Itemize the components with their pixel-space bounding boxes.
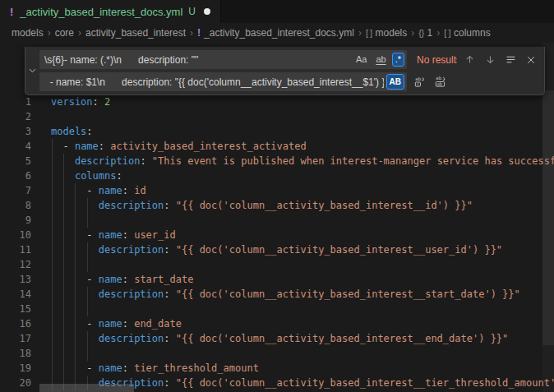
code-line[interactable]: 16 - name: end_date xyxy=(0,316,554,331)
breadcrumb-item[interactable]: !_activity_based_interest_docs.yml xyxy=(197,27,354,39)
symbol-icon: [ ] xyxy=(366,28,372,38)
regex-button[interactable]: .* xyxy=(392,53,404,67)
replace-all-icon-button[interactable]: ab ab xyxy=(432,74,448,90)
code-line[interactable]: 1version: 2 xyxy=(0,95,554,109)
indent-guide xyxy=(63,257,64,272)
line-number[interactable]: 16 xyxy=(0,316,31,331)
indent-guide xyxy=(52,198,53,213)
indent-guide xyxy=(52,139,53,154)
breadcrumb-item[interactable]: activity_based_interest xyxy=(85,27,186,39)
code-text[interactable] xyxy=(51,346,554,361)
code-line[interactable]: 11 description: "{{ doc('column__activit… xyxy=(0,242,554,257)
preserve-case-button[interactable]: AB xyxy=(386,74,404,90)
indent-guide xyxy=(52,183,53,198)
close-find-button[interactable] xyxy=(523,52,539,68)
line-number[interactable]: 3 xyxy=(0,124,31,139)
line-number[interactable]: 14 xyxy=(0,287,31,302)
code-text[interactable]: description: "{{ doc('column__activity_b… xyxy=(51,198,554,213)
code-line[interactable]: 7 - name: id xyxy=(0,183,554,198)
line-number[interactable]: 8 xyxy=(0,198,31,213)
code-line[interactable]: 13 - name: start_date xyxy=(0,272,554,287)
code-text[interactable]: description: "{{ doc('column__activity_b… xyxy=(51,287,554,302)
previous-match-button[interactable] xyxy=(461,52,478,68)
line-number[interactable]: 7 xyxy=(0,183,31,198)
code-text[interactable] xyxy=(51,257,554,272)
horizontal-scrollbar[interactable] xyxy=(39,384,542,392)
code-line[interactable]: 6 columns: xyxy=(0,168,554,183)
indent-guide xyxy=(63,331,64,346)
code-line[interactable]: 5 description: "This event is published … xyxy=(0,154,554,168)
indent-guide xyxy=(87,198,88,213)
code-text[interactable]: version: 2 xyxy=(51,95,554,109)
breadcrumb-item[interactable]: {}1 xyxy=(418,27,432,39)
git-status-badge: U xyxy=(188,6,196,17)
horizontal-scrollbar-thumb[interactable] xyxy=(39,384,134,392)
line-number[interactable]: 13 xyxy=(0,272,31,287)
code-line[interactable]: 19 - name: tier_threshold_amount xyxy=(0,361,554,376)
code-line[interactable]: 2 xyxy=(0,109,554,124)
match-case-button[interactable]: Aa xyxy=(353,53,370,67)
breadcrumb-item[interactable]: core xyxy=(55,27,74,39)
indent-guide xyxy=(52,257,53,272)
vertical-scrollbar[interactable] xyxy=(542,43,554,392)
code-text[interactable]: - name: id xyxy=(51,183,554,198)
modified-dot-icon[interactable] xyxy=(204,8,210,15)
line-number[interactable]: 15 xyxy=(0,302,31,316)
breadcrumb: models›core›activity_based_interest›!_ac… xyxy=(0,23,554,43)
line-number[interactable]: 1 xyxy=(0,95,31,109)
line-number[interactable]: 11 xyxy=(0,242,31,257)
breadcrumb-item[interactable]: models xyxy=(12,27,44,39)
vertical-scrollbar-thumb[interactable] xyxy=(542,90,554,345)
line-number[interactable]: 9 xyxy=(0,213,31,228)
code-text[interactable]: - name: start_date xyxy=(51,272,554,287)
code-line[interactable]: 3models: xyxy=(0,124,554,139)
code-text[interactable]: columns: xyxy=(51,168,554,183)
code-line[interactable]: 10 - name: user_id xyxy=(0,228,554,242)
line-number[interactable]: 17 xyxy=(0,331,31,346)
replace-input[interactable]: - name: $1\n description: "{{ doc('colum… xyxy=(39,72,407,91)
code-text[interactable]: - name: end_date xyxy=(51,316,554,331)
replace-input-value[interactable]: - name: $1\n description: "{{ doc('colum… xyxy=(44,76,384,88)
line-number[interactable]: 19 xyxy=(0,361,31,376)
code-text[interactable] xyxy=(51,302,554,316)
code-line[interactable]: 15 xyxy=(0,302,554,316)
line-number[interactable]: 12 xyxy=(0,257,31,272)
code-text[interactable]: - name: tier_threshold_amount xyxy=(51,361,554,376)
breadcrumb-item[interactable]: [ ]columns xyxy=(444,27,490,39)
code-line[interactable]: 8 description: "{{ doc('column__activity… xyxy=(0,198,554,213)
code-text[interactable]: models: xyxy=(51,124,554,139)
editor[interactable]: 1version: 223models:4 - name: activity_b… xyxy=(0,43,554,392)
code-line[interactable]: 9 xyxy=(0,213,554,228)
find-in-selection-button[interactable] xyxy=(502,52,519,68)
code-line[interactable]: 17 description: "{{ doc('column__activit… xyxy=(0,331,554,346)
next-match-button[interactable] xyxy=(482,52,498,68)
whole-word-button[interactable]: ab xyxy=(372,53,389,67)
code-text[interactable]: description: "{{ doc('column__activity_b… xyxy=(51,331,554,346)
line-number[interactable]: 20 xyxy=(0,376,31,390)
code-line[interactable]: 18 xyxy=(0,346,554,361)
line-number[interactable]: 18 xyxy=(0,346,31,361)
tab-active[interactable]: ! _activity_based_interest_docs.yml U xyxy=(0,0,221,23)
line-number[interactable]: 4 xyxy=(0,139,31,154)
breadcrumb-separator: › xyxy=(190,27,193,39)
indent-guide xyxy=(63,242,64,257)
line-number[interactable]: 10 xyxy=(0,228,31,242)
code-line[interactable]: 12 xyxy=(0,257,554,272)
line-number[interactable]: 6 xyxy=(0,168,31,183)
code-text[interactable] xyxy=(51,213,554,228)
code-text[interactable]: description: "This event is published wh… xyxy=(51,154,554,168)
code-text[interactable] xyxy=(51,109,554,124)
code-line[interactable]: 14 description: "{{ doc('column__activit… xyxy=(0,287,554,302)
close-icon xyxy=(526,55,536,65)
code-text[interactable]: - name: activity_based_interest_activate… xyxy=(51,139,554,154)
code-text[interactable]: - name: user_id xyxy=(51,228,554,242)
line-number[interactable]: 2 xyxy=(0,109,31,124)
find-input-value[interactable]: \s{6}- name: (.*)\n description: "" xyxy=(44,54,350,66)
code-line[interactable]: 4 - name: activity_based_interest_activa… xyxy=(0,139,554,154)
replace-button[interactable]: ab c xyxy=(411,74,427,90)
find-input[interactable]: \s{6}- name: (.*)\n description: "" Aa a… xyxy=(39,50,407,69)
breadcrumb-item[interactable]: [ ]models xyxy=(366,27,407,39)
line-number[interactable]: 5 xyxy=(0,154,31,168)
code-text[interactable]: description: "{{ doc('column__activity_b… xyxy=(51,242,554,257)
toggle-replace-button[interactable] xyxy=(25,50,39,91)
